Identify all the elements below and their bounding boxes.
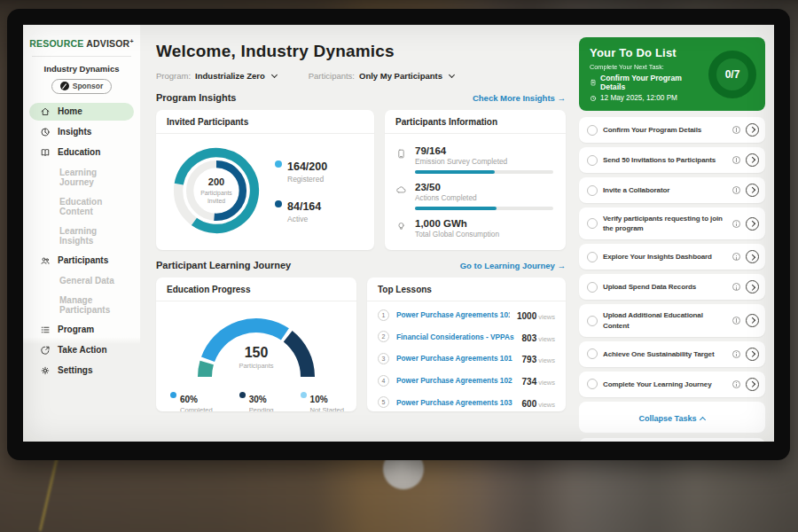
chevron-right-button[interactable]	[746, 280, 759, 293]
sidebar-item-home[interactable]: Home	[29, 103, 134, 121]
donut-center-value: 200	[208, 176, 224, 187]
chevron-right-button[interactable]	[746, 378, 759, 391]
info-icon[interactable]	[732, 317, 740, 325]
chevron-right-button[interactable]	[746, 217, 759, 231]
checkbox[interactable]	[587, 125, 598, 136]
top-lessons-card: Top Lessons 1 Power Purchase Agreements …	[367, 278, 566, 411]
completed-dot	[170, 392, 176, 398]
task-verify-participants[interactable]: Verify participants requesting to join t…	[579, 207, 765, 239]
participants-filter-dropdown[interactable]: Participants: Only My Participants	[309, 71, 454, 81]
sidebar-item-learning-journey[interactable]: Learning Journey	[29, 164, 134, 191]
rank-badge: 3	[378, 353, 389, 364]
chevron-right-button[interactable]	[746, 123, 759, 137]
card-title: Education Progress	[156, 278, 356, 301]
go-to-learning-journey-link[interactable]: Go to Learning Journey →	[460, 261, 566, 270]
donut-center-label: Participants Invited	[193, 189, 239, 205]
consumption-stat: 1,000 GWh Total Global Consumption	[395, 218, 553, 239]
book-icon	[40, 147, 51, 158]
actions-progress-bar	[415, 207, 553, 210]
sidebar-item-manage-participants[interactable]: Manage Participants	[29, 292, 134, 318]
sidebar-item-education-content[interactable]: Education Content	[29, 193, 134, 220]
main-content: Welcome, Industry Dynamics Program: Indu…	[140, 25, 579, 442]
emission-survey-progress-bar	[415, 170, 553, 174]
chevron-right-button[interactable]	[746, 153, 759, 167]
logo-resource: RESOURCE	[29, 38, 83, 49]
collapse-tasks-card: Collapse Tasks	[579, 402, 765, 433]
task-upload-spend-data[interactable]: Upload Spend Data Records	[579, 274, 765, 300]
home-icon	[40, 106, 51, 117]
info-icon[interactable]	[732, 220, 740, 228]
info-icon[interactable]	[732, 253, 740, 261]
rank-badge: 2	[378, 331, 389, 342]
checkbox[interactable]	[587, 155, 598, 166]
lesson-row[interactable]: 2 Financial Considerations - VPPAs 803vi…	[378, 326, 555, 348]
checkbox[interactable]	[587, 316, 598, 326]
legend-active: 84/164Active	[275, 198, 327, 223]
chevron-down-icon	[271, 71, 278, 77]
program-filter-dropdown[interactable]: Program: Industrialize Zero	[156, 71, 277, 81]
info-icon[interactable]	[732, 350, 740, 358]
card-title: Invited Participants	[156, 110, 374, 134]
next-task-label: Confirm Your Program Details	[600, 74, 703, 91]
info-icon[interactable]	[732, 126, 740, 134]
cloud-icon	[395, 184, 407, 196]
info-icon[interactable]	[732, 380, 740, 388]
checkbox[interactable]	[587, 185, 598, 196]
task-complete-learning-journey[interactable]: Complete Your Learning Journey	[579, 372, 765, 397]
task-confirm-program-details[interactable]: Confirm Your Program Details	[579, 117, 765, 143]
active-dot	[275, 200, 282, 207]
checkbox[interactable]	[587, 348, 598, 359]
pending-dot	[239, 392, 246, 398]
checkbox[interactable]	[587, 252, 598, 262]
todo-progress-ring: 0/7	[708, 51, 756, 98]
chevron-up-icon	[700, 417, 706, 423]
card-title: Participants Information	[385, 110, 566, 134]
task-send-invitations[interactable]: Send 50 Invitations to Participants	[579, 147, 765, 173]
sidebar-item-learning-insights[interactable]: Learning Insights	[29, 223, 134, 249]
invited-participants-donut-chart: 200 Participants Invited	[167, 141, 266, 240]
sidebar-item-program[interactable]: Program	[29, 321, 134, 339]
sidebar-item-participants[interactable]: Participants	[29, 252, 134, 270]
legend-completed: 60%Completed	[170, 390, 213, 411]
task-explore-insights[interactable]: Explore Your Insights Dashboard	[579, 244, 765, 270]
invited-participants-card: Invited Participants 200 Participants In…	[156, 110, 374, 250]
sidebar: RESOURCE ADVISOR+ Industry Dynamics Spon…	[23, 25, 140, 442]
todo-subtitle: Complete Your Next Task:	[590, 63, 703, 71]
task-achieve-sustainability-target[interactable]: Achieve One Sustainability Target	[579, 341, 765, 367]
checkbox[interactable]	[587, 218, 598, 229]
not-started-dot	[301, 392, 307, 398]
lesson-row[interactable]: 3 Power Purchase Agreements 101 793views	[378, 348, 555, 370]
education-progress-card: Education Progress 150 Participants	[156, 278, 356, 411]
clock-icon	[590, 95, 597, 102]
gear-icon	[40, 365, 51, 376]
rank-badge: 5	[378, 396, 389, 408]
lesson-row[interactable]: 5 Power Purchase Agreements 103 600views	[378, 391, 555, 411]
sponsor-badge[interactable]: Sponsor	[51, 79, 112, 94]
checkbox[interactable]	[587, 379, 598, 389]
lesson-row[interactable]: 1 Power Purchase Agreements 101 1000view…	[378, 304, 555, 326]
info-icon[interactable]	[732, 156, 740, 164]
dashboard-screen: RESOURCE ADVISOR+ Industry Dynamics Spon…	[23, 25, 774, 442]
task-upload-educational-content[interactable]: Upload Additional Educational Content	[579, 304, 765, 336]
chevron-right-button[interactable]	[746, 314, 759, 327]
info-icon[interactable]	[732, 186, 740, 194]
sidebar-item-settings[interactable]: Settings	[29, 362, 134, 379]
check-more-insights-link[interactable]: Check More Insights →	[473, 93, 566, 103]
lesson-row[interactable]: 4 Power Purchase Agreements 102 734views	[378, 370, 555, 392]
info-icon[interactable]	[732, 283, 740, 291]
checkbox[interactable]	[587, 282, 598, 293]
chevron-right-button[interactable]	[746, 348, 759, 361]
sidebar-item-general-data[interactable]: General Data	[29, 272, 134, 289]
collapse-tasks-link[interactable]: Collapse Tasks	[639, 414, 706, 423]
task-invite-collaborator[interactable]: Invite a Collaborator	[579, 177, 765, 203]
sidebar-nav: Home Insights Education Learning Journey…	[23, 103, 140, 379]
sidebar-item-take-action[interactable]: Take Action	[29, 341, 134, 359]
legend-pending: 30%Pending	[239, 390, 274, 411]
gauge-center-value: 150	[182, 345, 331, 361]
sidebar-item-education[interactable]: Education	[29, 144, 134, 161]
education-progress-gauge-chart: 150 Participants	[182, 306, 331, 387]
monitor-bezel: RESOURCE ADVISOR+ Industry Dynamics Spon…	[7, 9, 790, 460]
chevron-right-button[interactable]	[746, 184, 759, 197]
sidebar-item-insights[interactable]: Insights	[29, 123, 134, 141]
chevron-right-button[interactable]	[746, 250, 759, 263]
